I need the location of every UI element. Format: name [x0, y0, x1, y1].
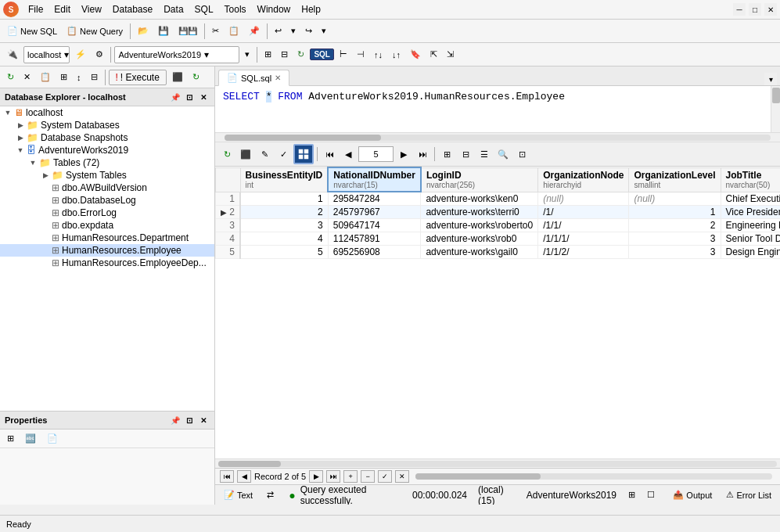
copy-btn[interactable]: 📋 — [225, 23, 243, 38]
menu-help[interactable]: Help — [297, 2, 325, 16]
disconnect-btn[interactable]: ⚡ — [71, 47, 90, 62]
menu-view[interactable]: View — [77, 2, 106, 16]
properties-pin-btn[interactable]: 📌 — [169, 414, 182, 426]
tab-sql[interactable]: 📄 SQL.sql ✕ — [218, 70, 289, 86]
tab-text[interactable]: 📝 Text — [218, 487, 258, 502]
tab-swap[interactable]: ⇄ — [261, 487, 279, 502]
stop-btn[interactable]: ⬛ — [168, 70, 187, 84]
properties-close-btn[interactable]: ✕ — [197, 414, 210, 426]
align-left-btn[interactable]: ⊢ — [336, 47, 351, 62]
tree-item-system-dbs[interactable]: ▶ 📁 System Databases — [0, 119, 214, 131]
results-grid-mode-btn[interactable] — [293, 144, 314, 164]
props-page-btn[interactable]: 📄 — [43, 431, 62, 446]
results-options-btn[interactable]: ⊟ — [277, 47, 292, 62]
col-header-businessentityid[interactable]: BusinessEntityID int — [240, 167, 328, 192]
tree-item-system-tables[interactable]: ▶ 📁 System Tables — [0, 169, 214, 182]
undo-dropdown-btn[interactable]: ▾ — [287, 23, 300, 38]
redo-btn[interactable]: ↪ — [301, 23, 316, 38]
database-dropdown[interactable]: AdventureWorks2019 ▾ — [114, 46, 239, 63]
menu-edit[interactable]: Edit — [49, 2, 75, 16]
export-results-btn[interactable]: ⊡ — [513, 146, 530, 163]
editor-scrollbar[interactable] — [771, 86, 780, 132]
nav-x-btn[interactable]: ✕ — [395, 470, 409, 483]
panel-close-btn[interactable]: ✕ — [197, 91, 210, 103]
results-hscroll[interactable] — [215, 458, 780, 468]
list-view-btn[interactable]: ☰ — [476, 146, 493, 163]
tab-error-list[interactable]: ⚠ Error List — [721, 487, 777, 502]
card-view-btn[interactable]: ⊟ — [457, 146, 474, 163]
table-row[interactable]: 4 4 112457891 adventure-works\rob0 /1/1/… — [216, 232, 781, 246]
db-explorer-tree[interactable]: ▼ 🖥 localhost ▶ 📁 System Databases ▶ 📁 D… — [0, 106, 214, 411]
last-page-btn[interactable]: ⏭ — [414, 146, 431, 163]
nav-first-btn[interactable]: ⏮ — [220, 470, 234, 483]
window-minimize-btn[interactable]: ─ — [733, 3, 746, 16]
table-row[interactable]: ▶ 2 2 245797967 adventure-works\terri0 /… — [216, 206, 781, 219]
connect-btn[interactable]: 🔌 — [3, 47, 22, 62]
col-header-organizationnode[interactable]: OrganizationNode hierarchyid — [538, 167, 629, 192]
nav-prev-btn[interactable]: ◀ — [237, 470, 251, 483]
tree-item-dblog[interactable]: ▶ ⊞ dbo.DatabaseLog — [0, 194, 214, 207]
sql-editor[interactable]: SELECT * FROM AdventureWorks2019.HumanRe… — [215, 86, 780, 133]
cut-btn[interactable]: ✂ — [208, 23, 223, 38]
save-btn[interactable]: 💾 — [154, 23, 173, 38]
results-refresh-btn[interactable]: ↻ — [218, 146, 235, 163]
menu-file[interactable]: File — [23, 2, 48, 16]
table-row[interactable]: 3 3 509647174 adventure-works\roberto0 /… — [216, 219, 781, 232]
tree-item-localhost[interactable]: ▼ 🖥 localhost — [0, 106, 214, 119]
bookmark-btn[interactable]: 🔖 — [406, 47, 425, 62]
results-check-btn[interactable]: ✓ — [275, 146, 292, 163]
sort-desc-btn[interactable]: ↓↑ — [388, 48, 404, 62]
delete-btn[interactable]: ✕ — [20, 70, 34, 84]
table-row[interactable]: 5 5 695256908 adventure-works\gail0 /1/1… — [216, 246, 781, 259]
open-file-btn[interactable]: 📂 — [134, 23, 153, 38]
tab-output[interactable]: 📤 Output — [667, 487, 717, 502]
next-page-btn[interactable]: ▶ — [395, 146, 412, 163]
col-header-organizationlevel[interactable]: OrganizationLevel smallint — [629, 167, 721, 192]
copy-explorer-btn[interactable]: 📋 — [36, 70, 55, 84]
panel-float-btn[interactable]: ⊡ — [183, 91, 196, 103]
nav-add-btn[interactable]: + — [343, 470, 358, 483]
sql-mode-btn[interactable]: SQL — [310, 49, 334, 60]
menu-tools[interactable]: Tools — [220, 2, 251, 16]
col-header-nationalidnumber[interactable]: NationalIDNumber nvarchar(15) — [328, 167, 421, 192]
nav-check-btn[interactable]: ✓ — [378, 470, 392, 483]
server-dropdown[interactable]: localhost ▾ — [23, 46, 70, 63]
data-grid[interactable]: BusinessEntityID int NationalIDNumber nv… — [215, 167, 780, 458]
refresh-query-btn[interactable]: ↻ — [189, 70, 203, 84]
tab-bar-scroll-btn[interactable]: ▾ — [764, 73, 777, 85]
save-all-btn[interactable]: 💾💾 — [174, 24, 201, 38]
tree-item-hr-dept[interactable]: ▶ ⊞ HumanResources.Department — [0, 232, 214, 244]
results-grid-btn[interactable]: ⊞ — [261, 47, 275, 62]
undo-btn[interactable]: ↩ — [271, 23, 286, 38]
tree-item-hr-employee[interactable]: ▶ ⊞ HumanResources.Employee — [0, 244, 214, 257]
prev-page-btn[interactable]: ◀ — [340, 146, 357, 163]
paste-btn[interactable]: 📌 — [245, 23, 264, 38]
menu-database[interactable]: Database — [108, 2, 157, 16]
rows-per-page-input[interactable] — [358, 146, 394, 162]
table-row[interactable]: 1 1 295847284 adventure-works\ken0 (null… — [216, 192, 781, 206]
execute-button[interactable]: ! ! Execute — [109, 70, 167, 85]
status-view-btn-2[interactable]: ☐ — [644, 487, 659, 504]
first-page-btn[interactable]: ⏮ — [321, 146, 338, 163]
menu-window[interactable]: Window — [253, 2, 296, 16]
grid-view-btn[interactable]: ⊞ — [438, 146, 455, 163]
new-query-button[interactable]: 📋 New Query — [63, 23, 127, 38]
search-results-btn[interactable]: 🔍 — [494, 146, 512, 163]
group-btn[interactable]: ⊟ — [87, 70, 102, 84]
results-stop-btn[interactable]: ⬛ — [237, 146, 254, 163]
tree-item-expdata[interactable]: ▶ ⊞ dbo.expdata — [0, 219, 214, 232]
expand-btn[interactable]: ⇱ — [426, 47, 441, 62]
sort-asc-btn[interactable]: ↑↓ — [370, 48, 386, 62]
redo-dropdown-btn[interactable]: ▾ — [318, 23, 330, 38]
panel-pin-btn[interactable]: 📌 — [169, 91, 182, 103]
nav-scroll-area[interactable] — [415, 473, 772, 480]
refresh-explorer-btn[interactable]: ↻ — [3, 70, 18, 84]
props-cat-btn[interactable]: ⊞ — [3, 431, 18, 446]
tree-item-hr-employeedep[interactable]: ▶ ⊞ HumanResources.EmployeeDep... — [0, 257, 214, 269]
status-view-btn-1[interactable]: ⊞ — [624, 487, 639, 504]
tab-sql-close[interactable]: ✕ — [275, 74, 281, 82]
props-alpha-btn[interactable]: 🔤 — [21, 431, 40, 446]
tree-item-awbuild[interactable]: ▶ ⊞ dbo.AWBuildVersion — [0, 182, 214, 194]
db-dropdown-btn[interactable]: ▾ — [241, 47, 253, 62]
col-header-loginid[interactable]: LoginID nvarchar(256) — [421, 167, 538, 192]
